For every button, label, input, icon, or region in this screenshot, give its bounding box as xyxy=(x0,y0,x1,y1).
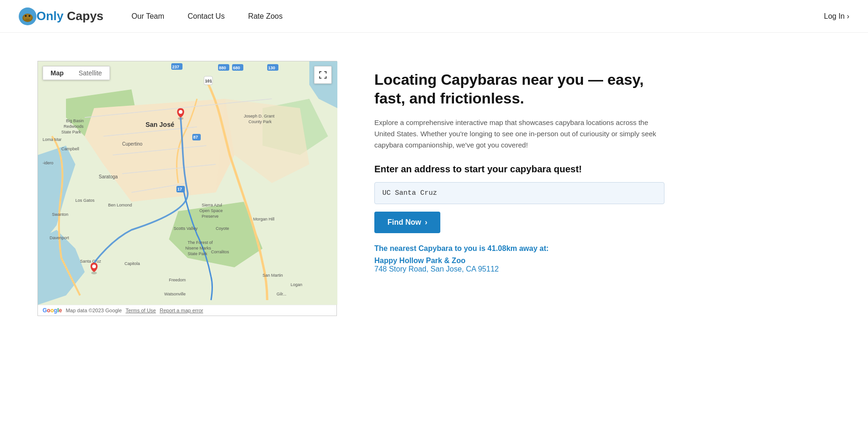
map-tab-map[interactable]: Map xyxy=(43,66,71,80)
svg-text:Corralitos: Corralitos xyxy=(211,250,229,254)
svg-text:130: 130 xyxy=(268,66,275,70)
svg-text:San Martin: San Martin xyxy=(263,273,283,278)
svg-text:Gilr...: Gilr... xyxy=(277,292,286,296)
svg-text:Los Gatos: Los Gatos xyxy=(75,198,95,203)
svg-text:San José: San José xyxy=(146,121,175,128)
logo-link[interactable]: Only Capys xyxy=(19,7,103,25)
google-logo: Google xyxy=(43,307,62,314)
svg-text:Saratoga: Saratoga xyxy=(99,174,118,179)
map-visual: San José Saratoga Cupertino Los Gatos Ca… xyxy=(38,61,337,305)
nav-rate-zoos[interactable]: Rate Zoos xyxy=(248,12,283,21)
map-data-credit: Map data ©2023 Google xyxy=(66,308,122,313)
map-report[interactable]: Report a map error xyxy=(160,308,203,313)
svg-text:Redwoods: Redwoods xyxy=(64,124,84,129)
svg-text:-idero: -idero xyxy=(43,161,53,165)
svg-text:Capitola: Capitola xyxy=(124,261,140,266)
svg-text:Davenport: Davenport xyxy=(50,235,69,240)
nav-contact-us[interactable]: Contact Us xyxy=(188,12,225,21)
svg-point-5 xyxy=(25,19,30,21)
subheading: Enter an address to start your capybara … xyxy=(374,164,664,175)
svg-text:880: 880 xyxy=(219,66,226,70)
map-terms[interactable]: Terms of Use xyxy=(125,308,156,313)
svg-text:Open Space: Open Space xyxy=(199,208,223,213)
result-zoo-name: Happy Hollow Park & Zoo xyxy=(374,257,664,265)
main-heading: Locating Capybaras near you — easy, fast… xyxy=(374,70,664,108)
svg-text:17: 17 xyxy=(177,187,182,191)
fullscreen-icon xyxy=(319,71,327,79)
svg-text:The Forest of: The Forest of xyxy=(188,240,213,245)
svg-text:237: 237 xyxy=(172,65,179,69)
svg-text:Big Basin: Big Basin xyxy=(66,118,84,123)
map-fullscreen-button[interactable] xyxy=(314,66,332,84)
svg-text:Cupertino: Cupertino xyxy=(122,141,143,147)
svg-text:Coyote: Coyote xyxy=(216,226,229,231)
address-input[interactable] xyxy=(374,182,664,204)
svg-text:Preserve: Preserve xyxy=(202,214,219,219)
svg-text:Nisene Marks: Nisene Marks xyxy=(185,246,212,250)
navbar: Only Capys Our Team Contact Us Rate Zoos… xyxy=(0,0,868,33)
svg-text:County Park: County Park xyxy=(248,119,272,124)
svg-text:Santa Cruz: Santa Cruz xyxy=(80,259,102,264)
map-view-toggle: Map Satellite xyxy=(43,66,110,80)
result-zoo-address: 748 Story Road, San Jose, CA 95112 xyxy=(374,265,664,273)
svg-text:Campbell: Campbell xyxy=(61,147,79,151)
result-distance-text: The nearest Capybara to you is 41.08km a… xyxy=(374,244,664,253)
map-tab-satellite[interactable]: Satellite xyxy=(71,66,109,80)
svg-point-3 xyxy=(25,15,27,17)
nav-our-team[interactable]: Our Team xyxy=(131,12,164,21)
right-panel: Locating Capybaras near you — easy, fast… xyxy=(374,61,664,273)
login-link[interactable]: Log In › xyxy=(824,12,849,21)
svg-text:Morgan Hill: Morgan Hill xyxy=(253,217,275,221)
logo-text: Only Capys xyxy=(36,9,103,23)
svg-point-4 xyxy=(29,15,30,17)
svg-text:Logan: Logan xyxy=(291,282,302,287)
map-pin-santa-cruz xyxy=(91,263,98,274)
map-svg: San José Saratoga Cupertino Los Gatos Ca… xyxy=(38,61,337,305)
logo-icon xyxy=(19,7,36,25)
svg-text:Sierra Azul: Sierra Azul xyxy=(202,203,222,207)
svg-text:Loma Mar: Loma Mar xyxy=(43,137,62,142)
svg-point-62 xyxy=(179,110,182,114)
svg-text:Joseph D. Grant: Joseph D. Grant xyxy=(244,114,275,118)
find-now-button[interactable]: Find Now › xyxy=(374,212,440,233)
nav-links: Our Team Contact Us Rate Zoos xyxy=(131,12,824,21)
map-footer: Google Map data ©2023 Google Terms of Us… xyxy=(38,305,336,316)
main-content: Map Satellite xyxy=(0,33,842,344)
svg-text:State Park: State Park xyxy=(188,251,208,256)
svg-text:680: 680 xyxy=(233,66,240,70)
svg-text:Watsonville: Watsonville xyxy=(164,292,186,296)
svg-text:101: 101 xyxy=(205,79,212,83)
svg-text:Ben Lomond: Ben Lomond xyxy=(108,203,132,207)
svg-text:Swanton: Swanton xyxy=(52,212,68,217)
svg-point-64 xyxy=(92,265,96,268)
description-text: Explore a comprehensive interactive map … xyxy=(374,117,664,151)
svg-text:State Park: State Park xyxy=(61,130,81,134)
svg-text:Scotts Valley: Scotts Valley xyxy=(174,226,198,231)
svg-text:87: 87 xyxy=(193,135,198,140)
svg-text:Freedom: Freedom xyxy=(169,278,186,282)
chevron-right-icon: › xyxy=(425,218,427,227)
map-container: Map Satellite xyxy=(37,61,337,316)
